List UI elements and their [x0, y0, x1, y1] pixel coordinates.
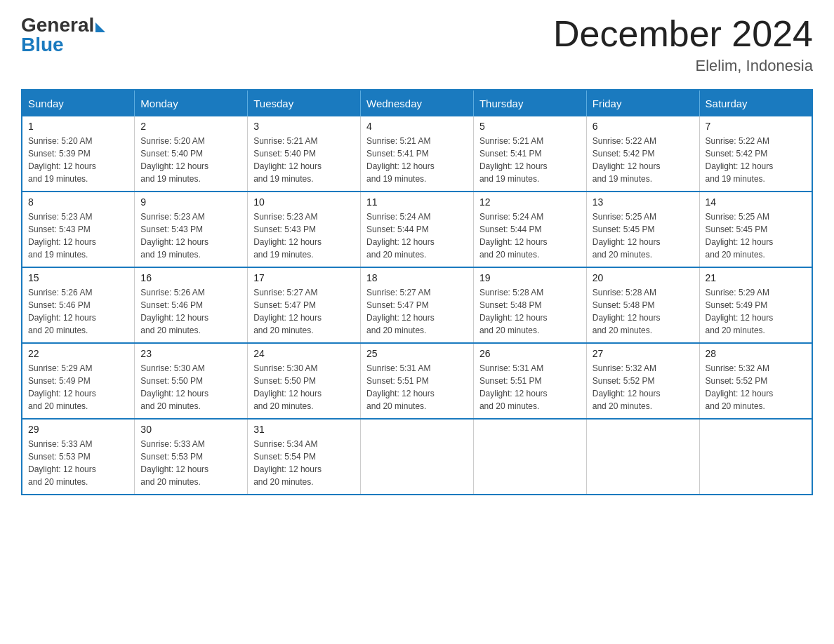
location-text: Elelim, Indonesia — [553, 57, 813, 75]
day-info: Sunrise: 5:29 AMSunset: 5:49 PMDaylight:… — [28, 362, 128, 412]
calendar-header-row: SundayMondayTuesdayWednesdayThursdayFrid… — [22, 90, 812, 116]
calendar-cell: 5 Sunrise: 5:21 AMSunset: 5:41 PMDayligh… — [473, 116, 586, 192]
calendar-week-row: 1 Sunrise: 5:20 AMSunset: 5:39 PMDayligh… — [22, 116, 812, 192]
calendar-cell: 18 Sunrise: 5:27 AMSunset: 5:47 PMDaylig… — [361, 267, 474, 343]
column-header-monday: Monday — [135, 90, 248, 116]
day-number: 11 — [366, 196, 468, 208]
day-info: Sunrise: 5:23 AMSunset: 5:43 PMDaylight:… — [28, 210, 128, 261]
day-info: Sunrise: 5:27 AMSunset: 5:47 PMDaylight:… — [366, 286, 468, 337]
month-title: December 2024 — [553, 14, 813, 54]
calendar-cell: 12 Sunrise: 5:24 AMSunset: 5:44 PMDaylig… — [473, 192, 586, 267]
logo: General Blue — [21, 14, 105, 56]
day-info: Sunrise: 5:33 AMSunset: 5:53 PMDaylight:… — [140, 438, 241, 488]
calendar-cell: 8 Sunrise: 5:23 AMSunset: 5:43 PMDayligh… — [22, 192, 135, 267]
day-info: Sunrise: 5:24 AMSunset: 5:44 PMDaylight:… — [366, 210, 468, 261]
calendar-cell: 17 Sunrise: 5:27 AMSunset: 5:47 PMDaylig… — [248, 267, 361, 343]
calendar-cell — [473, 419, 586, 495]
day-info: Sunrise: 5:31 AMSunset: 5:51 PMDaylight:… — [366, 362, 468, 412]
calendar-cell: 28 Sunrise: 5:32 AMSunset: 5:52 PMDaylig… — [699, 343, 812, 419]
calendar-cell: 15 Sunrise: 5:26 AMSunset: 5:46 PMDaylig… — [22, 267, 135, 343]
day-info: Sunrise: 5:21 AMSunset: 5:41 PMDaylight:… — [366, 135, 468, 185]
logo-blue-text: Blue — [21, 34, 64, 56]
column-header-friday: Friday — [586, 90, 699, 116]
column-header-sunday: Sunday — [22, 90, 135, 116]
day-info: Sunrise: 5:21 AMSunset: 5:41 PMDaylight:… — [479, 135, 581, 185]
day-info: Sunrise: 5:28 AMSunset: 5:48 PMDaylight:… — [479, 286, 581, 337]
day-info: Sunrise: 5:26 AMSunset: 5:46 PMDaylight:… — [140, 286, 241, 337]
calendar-week-row: 8 Sunrise: 5:23 AMSunset: 5:43 PMDayligh… — [22, 192, 812, 267]
day-number: 4 — [366, 121, 468, 132]
day-number: 18 — [366, 272, 468, 283]
calendar-cell: 27 Sunrise: 5:32 AMSunset: 5:52 PMDaylig… — [586, 343, 699, 419]
day-number: 20 — [593, 272, 694, 283]
column-header-saturday: Saturday — [699, 90, 812, 116]
day-number: 19 — [479, 272, 581, 283]
calendar-cell: 9 Sunrise: 5:23 AMSunset: 5:43 PMDayligh… — [135, 192, 248, 267]
day-number: 21 — [706, 272, 806, 283]
day-info: Sunrise: 5:30 AMSunset: 5:50 PMDaylight:… — [140, 362, 241, 412]
day-info: Sunrise: 5:29 AMSunset: 5:49 PMDaylight:… — [706, 286, 806, 337]
day-info: Sunrise: 5:23 AMSunset: 5:43 PMDaylight:… — [253, 210, 355, 261]
column-header-wednesday: Wednesday — [361, 90, 474, 116]
calendar-cell: 29 Sunrise: 5:33 AMSunset: 5:53 PMDaylig… — [22, 419, 135, 495]
day-info: Sunrise: 5:26 AMSunset: 5:46 PMDaylight:… — [28, 286, 128, 337]
column-header-tuesday: Tuesday — [248, 90, 361, 116]
calendar-week-row: 15 Sunrise: 5:26 AMSunset: 5:46 PMDaylig… — [22, 267, 812, 343]
day-info: Sunrise: 5:21 AMSunset: 5:40 PMDaylight:… — [253, 135, 355, 185]
day-info: Sunrise: 5:22 AMSunset: 5:42 PMDaylight:… — [593, 135, 694, 185]
day-number: 12 — [479, 196, 581, 208]
calendar-cell: 2 Sunrise: 5:20 AMSunset: 5:40 PMDayligh… — [135, 116, 248, 192]
calendar-week-row: 22 Sunrise: 5:29 AMSunset: 5:49 PMDaylig… — [22, 343, 812, 419]
day-number: 26 — [479, 348, 581, 359]
calendar-cell: 20 Sunrise: 5:28 AMSunset: 5:48 PMDaylig… — [586, 267, 699, 343]
day-number: 14 — [706, 196, 806, 208]
day-info: Sunrise: 5:27 AMSunset: 5:47 PMDaylight:… — [253, 286, 355, 337]
day-number: 9 — [140, 196, 241, 208]
calendar-cell: 24 Sunrise: 5:30 AMSunset: 5:50 PMDaylig… — [248, 343, 361, 419]
calendar-cell: 10 Sunrise: 5:23 AMSunset: 5:43 PMDaylig… — [248, 192, 361, 267]
day-info: Sunrise: 5:25 AMSunset: 5:45 PMDaylight:… — [706, 210, 806, 261]
day-info: Sunrise: 5:25 AMSunset: 5:45 PMDaylight:… — [593, 210, 694, 261]
title-section: December 2024 Elelim, Indonesia — [553, 14, 813, 75]
day-number: 8 — [28, 196, 128, 208]
day-number: 24 — [253, 348, 355, 359]
calendar-cell: 14 Sunrise: 5:25 AMSunset: 5:45 PMDaylig… — [699, 192, 812, 267]
day-number: 31 — [253, 424, 355, 435]
calendar-cell: 3 Sunrise: 5:21 AMSunset: 5:40 PMDayligh… — [248, 116, 361, 192]
day-info: Sunrise: 5:33 AMSunset: 5:53 PMDaylight:… — [28, 438, 128, 488]
day-number: 16 — [140, 272, 241, 283]
day-info: Sunrise: 5:20 AMSunset: 5:39 PMDaylight:… — [28, 135, 128, 185]
day-number: 10 — [253, 196, 355, 208]
day-number: 27 — [593, 348, 694, 359]
day-info: Sunrise: 5:31 AMSunset: 5:51 PMDaylight:… — [479, 362, 581, 412]
logo-triangle-icon — [95, 22, 105, 32]
day-info: Sunrise: 5:23 AMSunset: 5:43 PMDaylight:… — [140, 210, 241, 261]
calendar-cell: 22 Sunrise: 5:29 AMSunset: 5:49 PMDaylig… — [22, 343, 135, 419]
day-number: 28 — [706, 348, 806, 359]
calendar-cell: 7 Sunrise: 5:22 AMSunset: 5:42 PMDayligh… — [699, 116, 812, 192]
calendar-cell: 19 Sunrise: 5:28 AMSunset: 5:48 PMDaylig… — [473, 267, 586, 343]
calendar-cell: 6 Sunrise: 5:22 AMSunset: 5:42 PMDayligh… — [586, 116, 699, 192]
calendar-cell: 26 Sunrise: 5:31 AMSunset: 5:51 PMDaylig… — [473, 343, 586, 419]
calendar-cell: 31 Sunrise: 5:34 AMSunset: 5:54 PMDaylig… — [248, 419, 361, 495]
calendar-cell: 16 Sunrise: 5:26 AMSunset: 5:46 PMDaylig… — [135, 267, 248, 343]
day-number: 1 — [28, 121, 128, 132]
calendar-week-row: 29 Sunrise: 5:33 AMSunset: 5:53 PMDaylig… — [22, 419, 812, 495]
day-number: 6 — [593, 121, 694, 132]
day-info: Sunrise: 5:32 AMSunset: 5:52 PMDaylight:… — [593, 362, 694, 412]
day-number: 5 — [479, 121, 581, 132]
day-number: 7 — [706, 121, 806, 132]
page-header: General Blue December 2024 Elelim, Indon… — [21, 14, 813, 75]
column-header-thursday: Thursday — [473, 90, 586, 116]
calendar-cell: 1 Sunrise: 5:20 AMSunset: 5:39 PMDayligh… — [22, 116, 135, 192]
calendar-cell — [699, 419, 812, 495]
calendar-cell — [361, 419, 474, 495]
calendar-table: SundayMondayTuesdayWednesdayThursdayFrid… — [21, 89, 813, 495]
day-number: 22 — [28, 348, 128, 359]
day-number: 3 — [253, 121, 355, 132]
day-number: 30 — [140, 424, 241, 435]
day-number: 17 — [253, 272, 355, 283]
calendar-cell: 25 Sunrise: 5:31 AMSunset: 5:51 PMDaylig… — [361, 343, 474, 419]
day-number: 2 — [140, 121, 241, 132]
day-info: Sunrise: 5:22 AMSunset: 5:42 PMDaylight:… — [706, 135, 806, 185]
